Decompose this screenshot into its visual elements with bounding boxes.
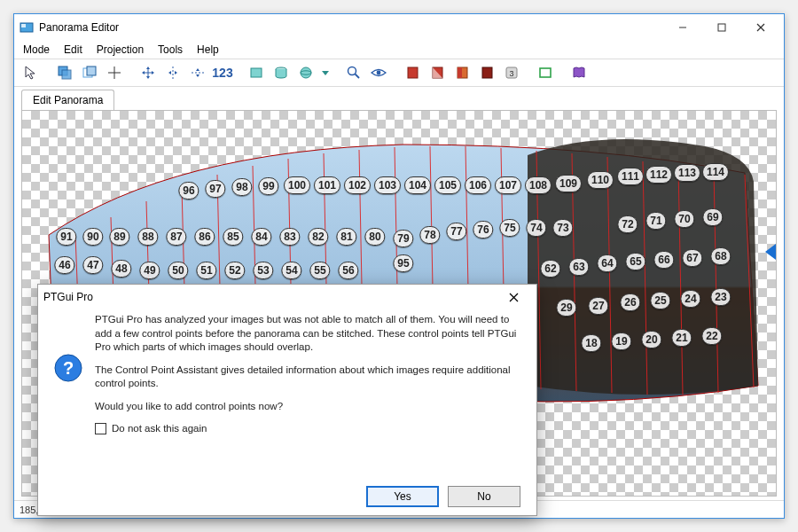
image-badge[interactable]: 52 bbox=[224, 262, 245, 279]
image-badge[interactable]: 114 bbox=[702, 163, 729, 181]
image-badge[interactable]: 53 bbox=[253, 262, 273, 279]
menu-mode[interactable]: Mode bbox=[18, 42, 55, 58]
image-badge[interactable]: 25 bbox=[650, 292, 670, 309]
image-badge[interactable]: 46 bbox=[54, 256, 74, 274]
no-button[interactable]: No bbox=[448, 486, 520, 507]
dialog-close-button[interactable] bbox=[496, 286, 531, 309]
eye-icon[interactable] bbox=[367, 61, 390, 84]
image-badge[interactable]: 70 bbox=[674, 210, 694, 228]
image-badge[interactable]: 54 bbox=[281, 262, 301, 279]
image-badge[interactable]: 111 bbox=[617, 168, 644, 185]
sphere-icon[interactable] bbox=[294, 61, 317, 84]
image-badge[interactable]: 22 bbox=[701, 327, 722, 345]
image-badge[interactable]: 19 bbox=[611, 332, 631, 350]
image-badge[interactable]: 98 bbox=[231, 178, 252, 196]
image-badge[interactable]: 83 bbox=[279, 228, 300, 246]
image-badge[interactable]: 79 bbox=[393, 230, 413, 247]
image-badge[interactable]: 51 bbox=[196, 262, 216, 279]
yes-button[interactable]: Yes bbox=[366, 486, 439, 507]
flag-red-icon[interactable] bbox=[401, 61, 424, 84]
side-handle-icon[interactable] bbox=[765, 244, 776, 260]
plane-icon[interactable] bbox=[245, 61, 268, 84]
flag-dark-icon[interactable] bbox=[475, 61, 498, 84]
flag-half-icon[interactable] bbox=[426, 61, 449, 84]
rect-icon[interactable] bbox=[534, 61, 557, 84]
image-badge[interactable]: 103 bbox=[374, 176, 401, 194]
overlap2-icon[interactable] bbox=[78, 61, 101, 84]
image-badge[interactable]: 78 bbox=[419, 226, 440, 244]
projection-dropdown-icon[interactable] bbox=[319, 61, 332, 84]
image-badge[interactable]: 108 bbox=[525, 176, 552, 194]
image-badge[interactable]: 80 bbox=[364, 228, 385, 246]
image-badge[interactable]: 109 bbox=[555, 175, 582, 192]
image-badge[interactable]: 56 bbox=[338, 262, 358, 279]
image-badge[interactable]: 75 bbox=[499, 219, 520, 237]
image-badge[interactable]: 18 bbox=[581, 334, 601, 352]
image-badge[interactable]: 74 bbox=[526, 219, 546, 237]
image-badge[interactable]: 64 bbox=[597, 254, 617, 272]
image-badge[interactable]: 99 bbox=[258, 177, 278, 195]
image-badge[interactable]: 100 bbox=[284, 176, 310, 194]
count-icon[interactable]: 3 bbox=[500, 61, 523, 84]
image-badge[interactable]: 96 bbox=[178, 182, 199, 200]
image-badge[interactable]: 90 bbox=[82, 228, 103, 246]
image-badge[interactable]: 107 bbox=[495, 176, 521, 194]
image-badge[interactable]: 106 bbox=[465, 176, 491, 194]
grid-icon[interactable] bbox=[103, 61, 126, 84]
image-badge[interactable]: 85 bbox=[223, 228, 243, 246]
image-badge[interactable]: 88 bbox=[137, 228, 158, 246]
image-badge[interactable]: 81 bbox=[336, 228, 356, 246]
image-badge[interactable]: 24 bbox=[680, 290, 700, 308]
cylinder-icon[interactable] bbox=[270, 61, 293, 84]
image-badge[interactable]: 84 bbox=[251, 228, 271, 246]
menu-tools[interactable]: Tools bbox=[153, 42, 188, 58]
minimize-button[interactable] bbox=[663, 15, 702, 40]
image-badge[interactable]: 50 bbox=[168, 262, 188, 279]
image-badge[interactable]: 101 bbox=[314, 176, 340, 194]
image-badge[interactable]: 63 bbox=[568, 258, 589, 276]
image-badge[interactable]: 62 bbox=[540, 260, 560, 278]
image-badge[interactable]: 67 bbox=[682, 249, 702, 267]
image-badge[interactable]: 26 bbox=[620, 293, 640, 311]
image-badge[interactable]: 71 bbox=[645, 212, 666, 230]
move-icon[interactable] bbox=[137, 61, 160, 84]
flag-orange-icon[interactable] bbox=[450, 61, 473, 84]
hguide-icon[interactable] bbox=[161, 61, 184, 84]
book-icon[interactable] bbox=[567, 61, 591, 84]
menu-projection[interactable]: Projection bbox=[91, 42, 149, 58]
image-badge[interactable]: 77 bbox=[446, 223, 466, 240]
checkbox-box[interactable] bbox=[95, 423, 106, 434]
image-badge[interactable]: 95 bbox=[393, 254, 413, 272]
image-badge[interactable]: 113 bbox=[674, 164, 700, 182]
image-badge[interactable]: 49 bbox=[139, 262, 160, 279]
menu-help[interactable]: Help bbox=[192, 42, 224, 58]
close-button[interactable] bbox=[741, 15, 780, 40]
image-badge[interactable]: 20 bbox=[641, 331, 661, 348]
image-badge[interactable]: 72 bbox=[617, 215, 638, 233]
image-badge[interactable]: 86 bbox=[194, 228, 215, 246]
image-badge[interactable]: 105 bbox=[434, 176, 461, 194]
image-badge[interactable]: 104 bbox=[404, 176, 431, 194]
pointer-icon[interactable] bbox=[20, 61, 43, 84]
image-badge[interactable]: 69 bbox=[702, 208, 723, 226]
number-toggle[interactable]: 123 bbox=[211, 61, 234, 84]
image-badge[interactable]: 76 bbox=[473, 221, 493, 239]
image-badge[interactable]: 21 bbox=[671, 329, 692, 347]
image-badge[interactable]: 112 bbox=[645, 166, 672, 184]
image-badge[interactable]: 29 bbox=[556, 299, 576, 317]
menu-edit[interactable]: Edit bbox=[59, 42, 88, 58]
image-badge[interactable]: 89 bbox=[109, 228, 129, 246]
image-badge[interactable]: 66 bbox=[653, 251, 674, 269]
do-not-ask-checkbox[interactable]: Do not ask this again bbox=[95, 422, 517, 436]
image-badge[interactable]: 48 bbox=[111, 260, 131, 278]
overlap-icon[interactable] bbox=[53, 61, 76, 84]
image-badge[interactable]: 82 bbox=[308, 228, 328, 246]
image-badge[interactable]: 110 bbox=[587, 171, 614, 189]
image-badge[interactable]: 102 bbox=[344, 176, 371, 194]
zoom-icon[interactable] bbox=[342, 61, 365, 84]
image-badge[interactable]: 55 bbox=[309, 262, 330, 279]
image-badge[interactable]: 97 bbox=[205, 180, 225, 198]
image-badge[interactable]: 68 bbox=[710, 247, 731, 265]
tab-edit-panorama[interactable]: Edit Panorama bbox=[21, 90, 114, 111]
vguide-icon[interactable] bbox=[186, 61, 209, 84]
